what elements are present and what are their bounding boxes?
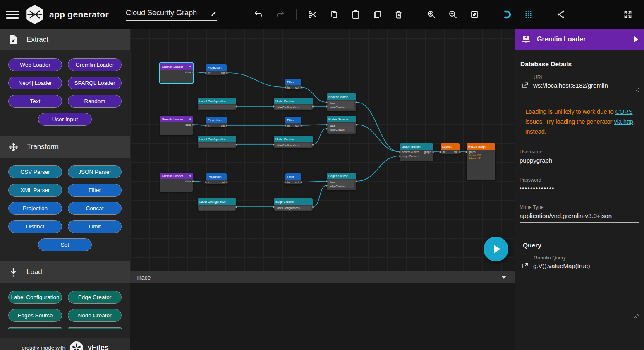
node-nc2[interactable]: Node CreatorlabelConfigurations <box>274 136 313 148</box>
input-port[interactable] <box>205 72 207 74</box>
delete-icon[interactable] <box>393 9 404 20</box>
document-title-field[interactable]: Cloud Security Graph <box>126 9 217 21</box>
node-layout[interactable]: Layoutinout <box>441 143 460 154</box>
open-in-new-icon[interactable] <box>521 262 529 270</box>
resize-grip-icon[interactable] <box>634 88 639 93</box>
palette-button-edges-source[interactable]: Edges Source <box>8 309 62 322</box>
graph-edge[interactable] <box>301 181 327 182</box>
palette-button-partial[interactable] <box>8 327 62 329</box>
input-port[interactable] <box>326 185 328 187</box>
url-underline[interactable] <box>534 93 639 93</box>
graph-edge[interactable] <box>193 72 206 73</box>
output-port[interactable] <box>192 180 194 182</box>
output-port[interactable] <box>235 206 237 208</box>
snap-magnet-icon[interactable] <box>502 9 512 20</box>
output-port[interactable] <box>235 144 237 146</box>
duplicate-icon[interactable] <box>372 9 383 20</box>
graph-edge[interactable] <box>313 129 327 144</box>
graph-edge[interactable] <box>227 73 285 87</box>
output-port[interactable] <box>226 181 228 183</box>
caret-down-icon[interactable] <box>501 276 506 279</box>
output-port[interactable] <box>300 125 302 127</box>
input-port[interactable] <box>326 101 328 103</box>
input-port[interactable] <box>273 206 275 208</box>
node-proj3[interactable]: Projectioninout <box>206 173 227 184</box>
password-input[interactable]: ••••••••••••• <box>520 185 639 191</box>
input-port[interactable] <box>284 86 286 89</box>
graph-edge[interactable] <box>193 125 206 125</box>
output-port[interactable] <box>300 181 302 183</box>
output-port[interactable] <box>192 124 194 126</box>
cut-icon[interactable] <box>307 9 318 20</box>
node-es[interactable]: Edges SourcedataedgeCreator <box>327 173 356 190</box>
output-port[interactable] <box>192 71 194 73</box>
node-gl1[interactable]: Gremlin Loaderdata <box>160 63 193 83</box>
graph-edge[interactable] <box>356 156 400 181</box>
palette-button-filter[interactable]: Filter <box>68 184 122 197</box>
input-port[interactable] <box>399 155 401 157</box>
output-port[interactable] <box>432 151 434 153</box>
palette-button-text[interactable]: Text <box>8 95 62 108</box>
node-proj1[interactable]: Projectioninout <box>206 64 227 75</box>
palette-button-set[interactable]: Set <box>38 238 92 251</box>
output-port[interactable] <box>459 151 461 153</box>
zoom-in-icon[interactable] <box>426 9 437 20</box>
palette-button-user-input[interactable]: User Input <box>38 113 92 126</box>
node-gl3[interactable]: Gremlin Loaderdata <box>160 173 193 192</box>
node-filter2[interactable]: Filterinout <box>285 117 301 127</box>
resize-grip-icon[interactable] <box>634 313 639 318</box>
share-icon[interactable] <box>556 9 567 20</box>
fit-content-icon[interactable] <box>469 9 480 20</box>
node-gb[interactable]: Graph BuildernodesSourcesgraphedgesSourc… <box>400 143 433 161</box>
palette-button-web-loader[interactable]: Web Loader <box>8 58 62 71</box>
paste-icon[interactable] <box>350 9 361 20</box>
redo-icon[interactable] <box>275 9 285 20</box>
output-port[interactable] <box>235 105 237 108</box>
palette-button-json-parser[interactable]: JSON Parser <box>68 165 122 178</box>
mime-type-input[interactable]: application/vnd.gremlin-v3.0+json <box>520 212 639 219</box>
node-ec[interactable]: Edge CreatorlabelConfigurations <box>274 198 313 211</box>
palette-button-limit[interactable]: Limit <box>68 220 122 233</box>
graph-edge[interactable] <box>356 125 400 152</box>
copy-icon[interactable] <box>329 9 340 20</box>
node-ns1[interactable]: Nodes SourcedatanodeCreator <box>327 93 356 111</box>
grid-icon[interactable] <box>523 9 534 20</box>
document-title[interactable]: Cloud Security Graph <box>126 9 210 17</box>
input-port[interactable] <box>326 180 328 182</box>
output-port[interactable] <box>355 180 357 182</box>
url-input[interactable]: ws://localhost:8182/gremlin <box>533 82 608 89</box>
palette-button-distinct[interactable]: Distinct <box>8 220 62 233</box>
input-port[interactable] <box>205 125 207 127</box>
input-port[interactable] <box>273 144 275 146</box>
palette-button-csv-parser[interactable]: CSV Parser <box>8 165 62 178</box>
zoom-out-icon[interactable] <box>448 9 458 20</box>
graph-edge[interactable] <box>193 181 206 182</box>
fullscreen-icon[interactable] <box>622 9 633 20</box>
palette-button-partial[interactable] <box>68 327 122 329</box>
username-input[interactable]: puppygraph <box>520 157 639 164</box>
output-port[interactable] <box>312 144 314 146</box>
graph-edge[interactable] <box>356 102 400 152</box>
trace-bar[interactable]: Trace <box>130 271 515 283</box>
node-lc1[interactable]: Label Configuration <box>198 98 236 110</box>
output-port[interactable] <box>312 206 314 208</box>
graph-canvas[interactable]: Gremlin LoaderdataProjectioninoutFilteri… <box>130 29 515 271</box>
collapse-arrow-icon[interactable] <box>634 36 638 42</box>
node-gl2[interactable]: Gremlin Loaderdata <box>160 116 193 135</box>
palette-button-projection[interactable]: Projection <box>8 202 62 215</box>
input-port[interactable] <box>273 105 275 108</box>
graph-edge[interactable] <box>301 125 327 125</box>
edit-pencil-icon[interactable] <box>210 11 217 17</box>
output-port[interactable] <box>355 124 357 126</box>
input-port[interactable] <box>439 151 441 153</box>
node-ns2[interactable]: Nodes SourcedatanodeCreator <box>327 116 356 134</box>
palette-button-gremlin-loader[interactable]: Gremlin Loader <box>68 58 122 71</box>
node-filter3[interactable]: Filterinout <box>285 173 301 184</box>
palette-button-sparql-loader[interactable]: SPARQL Loader <box>68 77 122 89</box>
output-port[interactable] <box>226 72 228 74</box>
output-port[interactable] <box>226 125 228 127</box>
open-in-new-icon[interactable] <box>521 82 529 89</box>
undo-icon[interactable] <box>253 9 264 20</box>
output-port[interactable] <box>300 86 302 89</box>
graph-edge[interactable] <box>313 185 327 207</box>
